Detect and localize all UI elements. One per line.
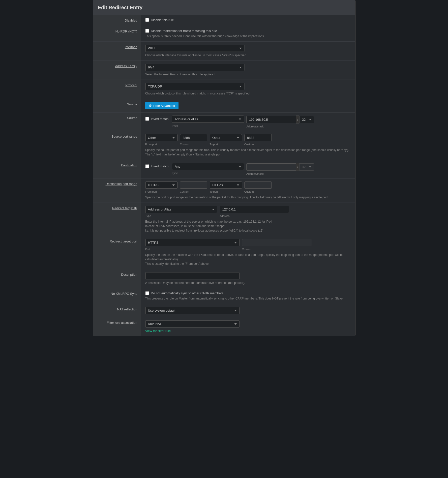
- redirect-ip-type-select[interactable]: Address or Alias Any Network: [145, 206, 217, 213]
- source-port-row: Source port range Other Any HTTP HTTPS F…: [93, 131, 355, 160]
- filter-rule-content: Rule NAT Pass None View the filter rule: [141, 317, 355, 336]
- destination-invert-text: Invert match.: [151, 164, 170, 168]
- no-rdr-help: This option is rarely needed. Don't use …: [145, 34, 351, 38]
- nat-reflection-select[interactable]: Use system default Enable Disable: [145, 307, 239, 314]
- address-family-help: Select the Internet Protocol version thi…: [145, 72, 351, 77]
- source-type-select[interactable]: Address or Alias Any Network: [172, 116, 244, 123]
- dest-from-port-select[interactable]: HTTPS HTTP Other Any: [145, 181, 178, 189]
- source-from-port-select[interactable]: Other Any HTTP HTTPS: [145, 134, 178, 141]
- interface-row: Interface WIFI WAN LAN OPT1 Choose which…: [93, 42, 355, 61]
- redirect-target-port-link[interactable]: Redirect target port: [110, 239, 137, 243]
- redirect-port-help-line2: This is usually identical to the "From p…: [145, 262, 209, 266]
- destination-port-content: HTTPS HTTP Other Any From port Custom: [141, 179, 355, 203]
- address-family-label: Address Family: [93, 61, 141, 80]
- redirect-port-custom-group: Custom: [242, 239, 311, 251]
- redirect-ip-help: Enter the internal IP address of the ser…: [145, 219, 351, 233]
- redirect-target-port-row: Redirect target port HTTPS HTTP Other An…: [93, 236, 355, 269]
- destination-address-mask-group: / 32: [246, 163, 314, 171]
- no-xmlrpc-checkbox-label[interactable]: Do not automatically sync to other CARP …: [145, 291, 351, 295]
- redirect-ip-address-label: Address: [220, 214, 289, 217]
- source-from-port-label: From port: [145, 143, 178, 146]
- protocol-link[interactable]: Protocol: [125, 83, 137, 87]
- disabled-checkbox-label[interactable]: Disable this rule: [145, 18, 351, 22]
- source-address-mask-group: / 32 24 16: [246, 116, 314, 123]
- interface-content: WIFI WAN LAN OPT1 Choose which interface…: [141, 42, 355, 61]
- redirect-target-ip-link[interactable]: Redirect target IP: [112, 206, 137, 210]
- destination-type-group: Any Address or Alias Network Type: [172, 163, 244, 175]
- source-port-label: Source port range: [93, 131, 141, 160]
- form-table: Disabled Disable this rule No RDR (NOT) …: [93, 15, 355, 336]
- address-family-content: IPv4 IPv6 IPv4+IPv6 Select the Internet …: [141, 61, 355, 80]
- source-from-custom-label: Custom: [180, 143, 207, 146]
- source-mask-select[interactable]: 32 24 16: [299, 116, 314, 123]
- address-family-row: Address Family IPv4 IPv6 IPv4+IPv6 Selec…: [93, 61, 355, 80]
- source-from-port-group: Other Any HTTP HTTPS From port: [145, 134, 178, 146]
- no-xmlrpc-content: Do not automatically sync to other CARP …: [141, 288, 355, 304]
- destination-invert-checkbox[interactable]: [145, 164, 149, 168]
- destination-inner-row: Invert match. Any Address or Alias Netwo…: [145, 163, 351, 175]
- protocol-row: Protocol TCP/UDP TCP UDP ICMP Any Choose…: [93, 80, 355, 99]
- no-rdr-checkbox[interactable]: [145, 29, 149, 33]
- destination-type-select[interactable]: Any Address or Alias Network: [172, 163, 244, 170]
- source-address-input[interactable]: [246, 116, 296, 123]
- no-xmlrpc-checkbox-text: Do not automatically sync to other CARP …: [151, 291, 224, 295]
- redirect-ip-help-line1: Enter the internal IP address of the ser…: [145, 220, 272, 223]
- redirect-port-inner-row: HTTPS HTTP Other Any Port Custom: [145, 239, 351, 251]
- protocol-select[interactable]: TCP/UDP TCP UDP ICMP Any: [145, 83, 244, 90]
- dest-from-custom-input[interactable]: [180, 181, 207, 189]
- description-input[interactable]: [145, 272, 239, 279]
- destination-port-inner-row: HTTPS HTTP Other Any From port Custom: [145, 181, 351, 193]
- redirect-port-select-group: HTTPS HTTP Other Any Port: [145, 239, 239, 251]
- address-family-select[interactable]: IPv4 IPv6 IPv4+IPv6: [145, 64, 244, 71]
- destination-row: Destination Invert match. Any Address or…: [93, 160, 355, 179]
- redirect-port-custom-label: Custom: [242, 248, 311, 251]
- redirect-ip-help-line2: In case of IPv6 addresses, in must be fr…: [145, 224, 226, 228]
- interface-select[interactable]: WIFI WAN LAN OPT1: [145, 45, 244, 52]
- dest-to-custom-input[interactable]: [244, 181, 272, 189]
- source-invert-label[interactable]: Invert match.: [145, 117, 170, 121]
- source-to-custom-input[interactable]: [244, 134, 272, 141]
- destination-type-label: Type: [172, 172, 244, 175]
- no-rdr-checkbox-label[interactable]: Disable redirection for traffic matching…: [145, 29, 351, 33]
- source-from-custom-input[interactable]: [180, 134, 207, 141]
- no-xmlrpc-checkbox[interactable]: [145, 291, 149, 295]
- no-rdr-row: No RDR (NOT) Disable redirection for tra…: [93, 26, 355, 42]
- source-row: Source Invert match. Address or Alias An…: [93, 113, 355, 131]
- dest-to-port-group: HTTPS HTTP Other Any To port: [210, 181, 242, 193]
- source-label: Source: [93, 113, 141, 131]
- view-filter-rule-link[interactable]: View the filter rule: [145, 329, 171, 333]
- source-invert-checkbox[interactable]: [145, 117, 149, 121]
- source-toggle-row: Source ⚙ Hide Advanced: [93, 99, 355, 113]
- destination-link[interactable]: Destination: [121, 163, 137, 167]
- disabled-row: Disabled Disable this rule: [93, 15, 355, 26]
- disabled-checkbox[interactable]: [145, 18, 149, 22]
- redirect-ip-address-group: Address: [220, 206, 289, 217]
- filter-rule-row: Filter rule association Rule NAT Pass No…: [93, 317, 355, 336]
- source-port-help: Specify the source port or port range fo…: [145, 148, 351, 157]
- source-inner-row: Invert match. Address or Alias Any Netwo…: [145, 116, 351, 128]
- hide-advanced-button[interactable]: ⚙ Hide Advanced: [145, 102, 179, 109]
- redirect-port-custom-input[interactable]: [242, 239, 311, 246]
- source-port-inner-row: Other Any HTTP HTTPS From port Custom: [145, 134, 351, 146]
- destination-address-input[interactable]: [246, 163, 296, 171]
- redirect-port-select[interactable]: HTTPS HTTP Other Any: [145, 239, 239, 246]
- address-family-link[interactable]: Address Family: [115, 64, 137, 68]
- source-to-port-label: To port: [210, 143, 242, 146]
- protocol-content: TCP/UDP TCP UDP ICMP Any Choose which pr…: [141, 80, 355, 99]
- interface-link[interactable]: Interface: [125, 45, 137, 49]
- destination-invert-label[interactable]: Invert match.: [145, 164, 170, 168]
- destination-mask-select[interactable]: 32: [299, 163, 314, 171]
- redirect-ip-address-input[interactable]: [220, 206, 289, 213]
- destination-slash: /: [296, 163, 299, 171]
- redirect-port-label: Port: [145, 248, 239, 251]
- filter-rule-select[interactable]: Rule NAT Pass None: [145, 320, 239, 328]
- dest-to-port-select[interactable]: HTTPS HTTP Other Any: [210, 181, 242, 189]
- destination-port-link[interactable]: Destination port range: [106, 182, 137, 186]
- source-to-port-select[interactable]: Other Any HTTP HTTPS: [210, 134, 242, 141]
- destination-content: Invert match. Any Address or Alias Netwo…: [141, 160, 355, 179]
- description-label: Description: [93, 269, 141, 288]
- nat-reflection-label: NAT reflection: [93, 304, 141, 317]
- source-content: Invert match. Address or Alias Any Netwo…: [141, 113, 355, 131]
- source-address-group: / 32 24 16 Address/mask: [246, 116, 314, 128]
- redirect-target-port-content: HTTPS HTTP Other Any Port Custom Specify…: [141, 236, 355, 269]
